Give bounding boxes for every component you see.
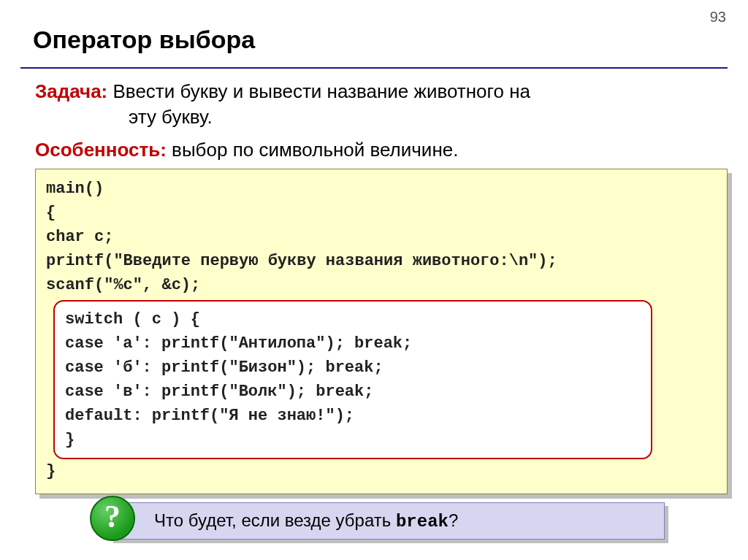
page-number: 93	[710, 9, 726, 26]
code-line: }	[46, 459, 717, 483]
code-line: case 'в': printf("Волк"); break;	[65, 380, 641, 404]
feature-text: выбор по символьной величине.	[172, 139, 458, 161]
hint-box: ? Что будет, если везде убрать break?	[110, 502, 665, 540]
code-block: main() { char c; printf("Введите первую …	[35, 169, 728, 494]
code-line: switch ( c ) {	[65, 307, 641, 331]
slide-title: Оператор выбора	[0, 0, 748, 67]
switch-highlight-box: switch ( c ) { case 'а': printf("Антилоп…	[53, 300, 652, 459]
hint-text-post: ?	[449, 510, 458, 530]
hint-keyword: break	[396, 512, 449, 532]
code-line: {	[46, 201, 717, 225]
feature-label: Особенность:	[35, 139, 167, 161]
code-line: main()	[46, 177, 717, 201]
hint-container: ? Что будет, если везде убрать break?	[110, 502, 665, 540]
code-line: scanf("%c", &c);	[46, 273, 717, 297]
question-mark-icon: ?	[90, 496, 135, 541]
code-line: default: printf("Я не знаю!");	[65, 404, 641, 428]
task-label: Задача:	[35, 80, 107, 102]
content-area: Задача: Ввести букву и вывести название …	[0, 69, 748, 494]
code-line: case 'а': printf("Антилопа"); break;	[65, 331, 641, 356]
code-line: printf("Введите первую букву названия жи…	[46, 249, 717, 273]
task-text-1: Ввести букву и вывести название животног…	[113, 80, 530, 102]
feature-line: Особенность: выбор по символьной величин…	[35, 139, 728, 161]
code-line: char c;	[46, 225, 717, 249]
code-line: }	[65, 428, 641, 452]
hint-text-pre: Что будет, если везде убрать	[154, 510, 396, 530]
task-text-2: эту букву.	[35, 106, 728, 129]
code-container: main() { char c; printf("Введите первую …	[35, 169, 728, 494]
code-line: case 'б': printf("Бизон"); break;	[65, 356, 641, 380]
task-line: Задача: Ввести букву и вывести название …	[35, 79, 728, 104]
